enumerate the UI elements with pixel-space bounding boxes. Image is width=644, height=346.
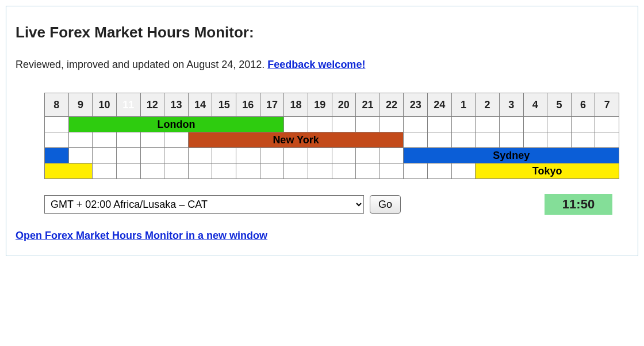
- hour-header-cell: 19: [308, 93, 332, 117]
- london-bar: London: [68, 117, 284, 132]
- hour-header-cell: 16: [236, 93, 260, 117]
- hour-header-cell: 18: [284, 93, 308, 117]
- hour-header-cell: 1: [451, 93, 476, 117]
- sydney-bar: Sydney: [404, 148, 619, 164]
- hour-header-cell: 9: [68, 93, 93, 117]
- hour-header-cell: 22: [379, 93, 404, 117]
- newyork-bar: New York: [188, 132, 404, 148]
- hour-header-cell: 13: [164, 93, 189, 117]
- hour-header-cell: 14: [188, 93, 212, 117]
- tokyo-bar: Tokyo: [476, 164, 619, 179]
- hour-header-cell: 6: [571, 93, 595, 117]
- sydney-row: Sydney: [45, 148, 619, 164]
- intro-text: Reviewed, improved and updated on August…: [16, 59, 267, 70]
- tokyo-wrap-bar: [45, 164, 93, 179]
- page-title: Live Forex Market Hours Monitor:: [16, 24, 630, 41]
- intro-line: Reviewed, improved and updated on August…: [16, 59, 630, 71]
- hour-header-cell: 23: [404, 93, 428, 117]
- controls-row: GMT + 02:00 Africa/Lusaka – CAT Go 11:50: [44, 194, 630, 215]
- hour-header-cell: 15: [212, 93, 236, 117]
- hour-header-cell: 11: [116, 93, 140, 117]
- hour-header-cell: 3: [499, 93, 523, 117]
- feedback-link[interactable]: Feedback welcome!: [267, 59, 365, 70]
- current-time-clock: 11:50: [545, 194, 612, 215]
- market-hours-chart: 891011121314151617181920212223241234567 …: [44, 93, 612, 179]
- hour-header-cell: 7: [595, 93, 619, 117]
- newyork-row: New York: [45, 132, 619, 148]
- hour-header-cell: 10: [93, 93, 117, 117]
- hour-header-cell: 4: [523, 93, 547, 117]
- timezone-select[interactable]: GMT + 02:00 Africa/Lusaka – CAT: [44, 195, 364, 214]
- open-new-window-link[interactable]: Open Forex Market Hours Monitor in a new…: [16, 230, 267, 242]
- tokyo-row: Tokyo: [45, 164, 619, 179]
- hour-header-cell: 24: [428, 93, 452, 117]
- hour-header-cell: 12: [140, 93, 164, 117]
- hours-header-row: 891011121314151617181920212223241234567: [45, 93, 619, 117]
- hour-header-cell: 5: [547, 93, 572, 117]
- london-row: London: [45, 117, 619, 132]
- hour-header-cell: 2: [476, 93, 500, 117]
- hour-header-cell: 20: [332, 93, 356, 117]
- hour-header-cell: 21: [356, 93, 380, 117]
- hour-header-cell: 8: [45, 93, 69, 117]
- go-button[interactable]: Go: [370, 195, 401, 214]
- forex-hours-panel: Live Forex Market Hours Monitor: Reviewe…: [6, 6, 638, 256]
- sydney-wrap-bar: [45, 148, 69, 164]
- hour-header-cell: 17: [260, 93, 284, 117]
